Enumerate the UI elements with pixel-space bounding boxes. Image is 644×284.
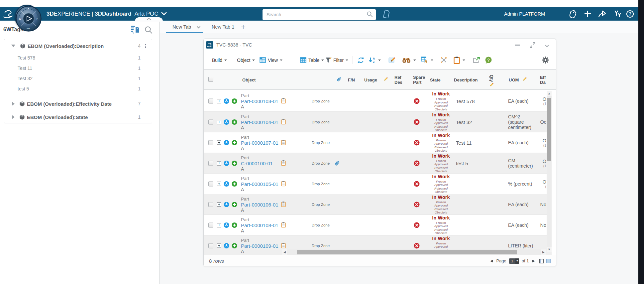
collapse-triangle-icon[interactable] bbox=[11, 45, 15, 47]
more-menu-icon[interactable]: ⋮ bbox=[143, 43, 148, 49]
object-link[interactable]: Part-0000104-01 bbox=[241, 119, 278, 125]
refresh-icon[interactable] bbox=[357, 51, 365, 69]
table-help-icon[interactable]: ? bbox=[485, 51, 492, 69]
clipboard-icon[interactable] bbox=[454, 51, 465, 69]
object-link[interactable]: C-0000100-01 bbox=[241, 160, 273, 166]
menu-table[interactable]: Table bbox=[300, 51, 324, 69]
tag-item-label[interactable]: test 5 bbox=[18, 86, 29, 91]
row-checkbox[interactable] bbox=[208, 161, 213, 166]
search-input[interactable] bbox=[263, 12, 367, 17]
edit-icon[interactable] bbox=[388, 51, 395, 69]
menu-filter[interactable]: Filter bbox=[325, 51, 348, 69]
object-link[interactable]: Part-0000103-01 bbox=[241, 98, 278, 104]
find-icon[interactable] bbox=[402, 51, 416, 69]
drop-zone[interactable]: Drop Zone bbox=[311, 244, 331, 248]
scroll-right-icon[interactable]: ▶ bbox=[541, 249, 546, 255]
attachment-paperclip-icon[interactable] bbox=[334, 160, 340, 167]
structure-navigate-icon[interactable] bbox=[224, 98, 229, 104]
drop-zone[interactable]: Drop Zone bbox=[311, 161, 331, 165]
col-usage-edit-pencil-icon[interactable] bbox=[383, 77, 388, 83]
structure-navigate-icon[interactable] bbox=[224, 160, 229, 166]
sort-icon[interactable]: AZ bbox=[369, 51, 381, 69]
tag-item-label[interactable]: Test 11 bbox=[18, 66, 32, 71]
copy-clipboard-icon[interactable] bbox=[281, 181, 286, 186]
add-part-icon[interactable] bbox=[232, 243, 237, 248]
drop-zone[interactable]: Drop Zone bbox=[311, 223, 331, 227]
col-uom[interactable]: UOM bbox=[509, 77, 519, 82]
copy-clipboard-icon[interactable] bbox=[281, 160, 286, 166]
tag-group-label[interactable]: EBOM (Overloaded):Description bbox=[28, 43, 104, 49]
search-icon[interactable] bbox=[367, 11, 373, 19]
col-spare-part[interactable]: Spare Part bbox=[413, 75, 428, 85]
minimize-icon[interactable] bbox=[515, 45, 520, 46]
object-link[interactable]: Part-0000107-01 bbox=[241, 140, 278, 145]
expand-icon[interactable]: + bbox=[217, 99, 221, 103]
column-select-icon[interactable] bbox=[421, 51, 433, 69]
col-qty-edit-pencil-icon[interactable] bbox=[489, 82, 494, 88]
row-checkbox[interactable] bbox=[208, 202, 213, 207]
tag-group[interactable]: EBOM (Overloaded):State1 bbox=[4, 110, 152, 124]
expand-icon[interactable]: + bbox=[217, 243, 221, 248]
tag-item-label[interactable]: Test 32 bbox=[18, 76, 33, 81]
menu-build[interactable]: Build bbox=[212, 51, 227, 69]
tag-item[interactable]: Test 5781 bbox=[4, 53, 152, 63]
col-fn[interactable]: F/N bbox=[348, 77, 355, 82]
scroll-up-icon[interactable]: ▲ bbox=[547, 91, 552, 96]
col-usage[interactable]: Usage bbox=[364, 77, 377, 82]
col-ref-des[interactable]: Ref Des bbox=[394, 75, 405, 85]
settings-gear-icon[interactable] bbox=[542, 51, 549, 69]
tag-group[interactable]: EBOM (Overloaded):Effectivity Date7 bbox=[4, 97, 152, 110]
copy-clipboard-icon[interactable] bbox=[281, 222, 286, 227]
col-uom-edit-pencil-icon[interactable] bbox=[522, 77, 527, 83]
drop-zone[interactable]: Drop Zone bbox=[311, 141, 331, 145]
scroll-down-icon[interactable]: ▼ bbox=[547, 247, 552, 252]
export-icon[interactable] bbox=[473, 51, 480, 69]
tag-group[interactable]: EBOM (Overloaded):Description4⋮ bbox=[4, 39, 152, 53]
select-all-checkbox[interactable] bbox=[208, 77, 213, 83]
copy-clipboard-icon[interactable] bbox=[281, 201, 286, 207]
row-checkbox[interactable] bbox=[208, 243, 213, 248]
structure-navigate-icon[interactable] bbox=[224, 119, 229, 125]
structure-navigate-icon[interactable] bbox=[224, 243, 229, 248]
expand-triangle-icon[interactable] bbox=[12, 102, 15, 106]
help-icon[interactable]: ? bbox=[626, 7, 634, 21]
add-part-icon[interactable] bbox=[232, 222, 237, 228]
6wtags-icon[interactable] bbox=[382, 10, 390, 20]
tag-item[interactable]: test 51 bbox=[4, 83, 152, 94]
expand-icon[interactable]: + bbox=[217, 182, 221, 186]
row-checkbox[interactable] bbox=[208, 99, 213, 104]
drop-zone[interactable]: Drop Zone bbox=[311, 99, 331, 103]
maximize-icon[interactable] bbox=[530, 42, 535, 49]
tag-item[interactable]: Test 111 bbox=[4, 63, 152, 73]
col-object[interactable]: Object bbox=[242, 77, 256, 82]
3dcompass[interactable]: 3D i' V.R bbox=[15, 5, 39, 29]
col-eff-date[interactable]: Eff Da bbox=[540, 75, 550, 85]
tag-group-label[interactable]: EBOM (Overloaded):Effectivity Date bbox=[27, 101, 112, 107]
expand-icon[interactable]: + bbox=[217, 140, 221, 145]
tab-new-tab-1[interactable]: New Tab 1 bbox=[212, 21, 234, 33]
add-part-icon[interactable] bbox=[232, 119, 237, 125]
structure-navigate-icon[interactable] bbox=[224, 181, 229, 187]
workspace-name[interactable]: Arla POC bbox=[135, 11, 159, 17]
row-checkbox[interactable] bbox=[208, 222, 213, 227]
page-view-icon[interactable] bbox=[539, 259, 544, 263]
user-label[interactable]: Admin PLATFORM bbox=[504, 7, 545, 21]
row-checkbox[interactable] bbox=[208, 119, 213, 124]
drop-zone[interactable]: Drop Zone bbox=[311, 203, 331, 207]
col-qty[interactable]: Qty bbox=[489, 75, 494, 82]
add-part-icon[interactable] bbox=[232, 160, 237, 166]
page-select[interactable]: 1▼ bbox=[509, 258, 519, 264]
structure-navigate-icon[interactable] bbox=[224, 202, 229, 207]
copy-clipboard-icon[interactable] bbox=[281, 242, 286, 248]
drop-zone[interactable]: Drop Zone bbox=[311, 182, 331, 186]
copy-clipboard-icon[interactable] bbox=[281, 119, 286, 124]
col-description[interactable]: Description bbox=[454, 77, 478, 82]
share-icon[interactable] bbox=[598, 7, 606, 21]
tag-item[interactable]: Test 321 bbox=[4, 73, 152, 83]
menu-view[interactable]: View bbox=[260, 51, 282, 69]
add-tab-button[interactable]: + bbox=[241, 21, 246, 33]
3ds-logo-icon[interactable] bbox=[3, 9, 13, 20]
compass-tag-icon[interactable] bbox=[569, 7, 577, 21]
tag-item-label[interactable]: Test 578 bbox=[18, 55, 35, 61]
hscroll-thumb[interactable] bbox=[297, 250, 517, 254]
